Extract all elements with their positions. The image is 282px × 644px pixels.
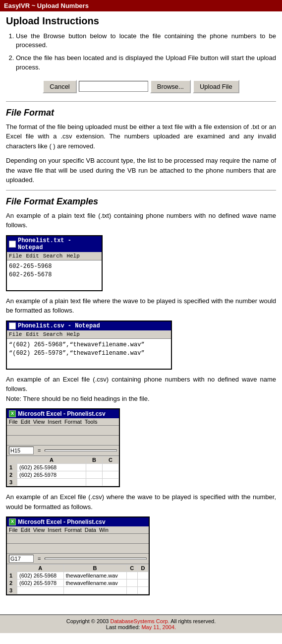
excel-cell-3-b-1 [86,479,102,486]
excel-cell-2-2-a: (602) 265-5978 [17,580,64,587]
excel-menu-win-2[interactable]: Win [99,527,109,533]
excel-menu-file-2[interactable]: File [9,527,18,533]
excel-cell-3-c-1 [102,479,118,486]
excel-col-header-a-2: A [17,565,64,572]
excel-row-2-3: 3 [7,587,149,594]
excel-cell-2-2-d [137,580,148,587]
excel-cell-2-b-1 [86,471,102,479]
excel-icon-2: X [9,518,16,525]
notepad-menubar-2: File Edit Search Help [7,330,171,339]
notepad-line-2-1: “(602) 265-5968”,“thewavefilename.wav” [9,341,169,349]
excel-cell-2-3-d [137,587,148,594]
excel-formula-bar-2: G17 = [7,554,149,564]
excel-cell-2-1-b: thewavefilename.wav [63,572,126,580]
notepad-titlebar-2: Phonelist.csv - Notepad [7,322,171,330]
notepad-menu-search-1[interactable]: Search [43,253,63,259]
excel-title-2: Microsoft Excel - Phonelist.csv [18,518,106,525]
excel-menu-data-2[interactable]: Data [85,527,96,533]
excel-cell-2-3-c [126,587,137,594]
excel-menu-format-2[interactable]: Format [64,527,82,533]
excel-col-header-b-2: B [63,565,126,572]
notepad-window-2: Phonelist.csv - Notepad File Edit Search… [6,321,172,370]
notepad-window-1: Phonelist.txt - Notepad File Edit Search… [6,235,103,291]
notepad-line-1-2: 602-265-5678 [9,271,100,279]
notepad-menu-help-1[interactable]: Help [66,253,79,259]
page-title: Upload Instructions [6,15,276,27]
notepad-titlebar-1: Phonelist.txt - Notepad [7,236,102,252]
excel-cell-2-2-c [126,580,137,587]
excel-cell-2-1-a: (602) 265-5968 [17,572,64,580]
divider-1 [6,101,276,102]
upload-file-button[interactable]: Upload File [193,80,239,93]
excel-name-box-1: H15 [9,447,34,454]
notepad-menu-edit-1[interactable]: Edit [26,253,39,259]
notepad-menu-help-2[interactable]: Help [66,331,79,337]
excel-menu-view-1[interactable]: View [33,419,45,425]
example3-desc: An example of an Excel file (.csv) conta… [6,375,276,404]
excel-toolbar-2 [7,436,119,446]
example1-desc: An example of a plain text file (.txt) c… [6,211,276,230]
file-format-title: File Format [6,108,276,118]
notepad-content-1: 602-265-5968 602-265-5678 [7,260,102,290]
excel-cell-3-a-1 [17,479,86,486]
footer-copyright: Copyright © 2003 DatabaseSystems Corp. A… [2,618,280,624]
excel-formula-input-1 [45,450,117,451]
excel-menu-edit-2[interactable]: Edit [21,527,30,533]
notepad-title-1: Phonelist.txt - Notepad [18,237,100,251]
excel-window-1: X Microsoft Excel - Phonelist.csv File E… [6,408,120,487]
excel-col-header-c-2: C [126,565,137,572]
excel-row-num-1-3: 3 [7,479,17,486]
notepad-menu-search-2[interactable]: Search [43,331,63,337]
divider-2 [6,190,276,191]
excel-cell-2-2-b: thewavefilename.wav [63,580,126,587]
excel-cell-2-a-1: (602) 265-5978 [17,471,86,479]
browse-button[interactable]: Browse... [150,80,191,93]
excel-row-1-3: 3 [7,479,119,486]
instructions-list: Use the Browse button below to locate th… [16,32,276,72]
excel-row-2-1: 1 (602) 265-5968 thewavefilename.wav [7,572,149,580]
footer-company-link[interactable]: DatabaseSystems Corp. [111,618,169,624]
notepad-menu-edit-2[interactable]: Edit [26,331,39,337]
excel-menu-insert-1[interactable]: Insert [48,419,61,425]
notepad-line-1-1: 602-265-5968 [9,262,100,271]
excel-menu-view-2[interactable]: View [33,527,45,533]
notepad-menu-file-2[interactable]: File [9,331,22,337]
excel-cell-2-1-c [126,572,137,580]
excel-cell-1-b-1 [86,464,102,471]
excel-cell-1-a-1: (602) 265-5968 [17,464,86,471]
excel-row-1-2: 2 (602) 265-5978 [7,471,119,479]
excel-row-num-2-1: 1 [7,572,17,580]
excel-toolbar-1 [7,426,119,436]
excel-menubar-1: File Edit View Insert Format Tools [7,418,119,426]
excel-row-1-1: 1 (602) 265-5968 [7,464,119,471]
file-format-text1: The format of the file being uploaded mu… [6,122,276,151]
footer-date-link[interactable]: May 11, 2004. [141,624,176,630]
excel-titlebar-1: X Microsoft Excel - Phonelist.csv [7,409,119,418]
excel-menu-format-1[interactable]: Format [64,419,82,425]
excel-col-header-row-2 [7,565,17,572]
cancel-button[interactable]: Cancel [43,80,76,93]
excel-menu-tools-1[interactable]: Tools [85,419,98,425]
excel-titlebar-2: X Microsoft Excel - Phonelist.csv [7,517,149,526]
notepad-icon-1 [9,241,16,248]
example4-desc: An example of an Excel file (.csv) where… [6,492,276,512]
excel-grid-2: A B C D 1 (602) 265-5968 thewavefilename… [7,564,149,594]
excel-col-header-a-1: A [17,456,86,464]
excel-formula-bar-1: H15 = [7,446,119,456]
excel-row-num-2-3: 3 [7,587,17,594]
instruction-item-1: Use the Browse button below to locate th… [16,32,276,50]
excel-menu-insert-2[interactable]: Insert [48,527,61,533]
instruction-item-2: Once the file has been located and is di… [16,54,276,71]
excel-col-header-b-1: B [86,456,102,464]
excel-cell-2-3-b [63,587,126,594]
excel-menu-file-1[interactable]: File [9,419,18,425]
excel-row-num-1-2: 2 [7,471,17,479]
excel-col-header-d-2: D [137,565,148,572]
excel-cell-1-c-1 [102,464,118,471]
excel-formula-input-2 [45,558,147,560]
excel-menubar-2: File Edit View Insert Format Data Win [7,526,149,534]
excel-menu-edit-1[interactable]: Edit [21,419,30,425]
excel-row-num-2-2: 2 [7,580,17,587]
notepad-menu-file-1[interactable]: File [9,253,22,259]
footer: Copyright © 2003 DatabaseSystems Corp. A… [0,614,282,633]
